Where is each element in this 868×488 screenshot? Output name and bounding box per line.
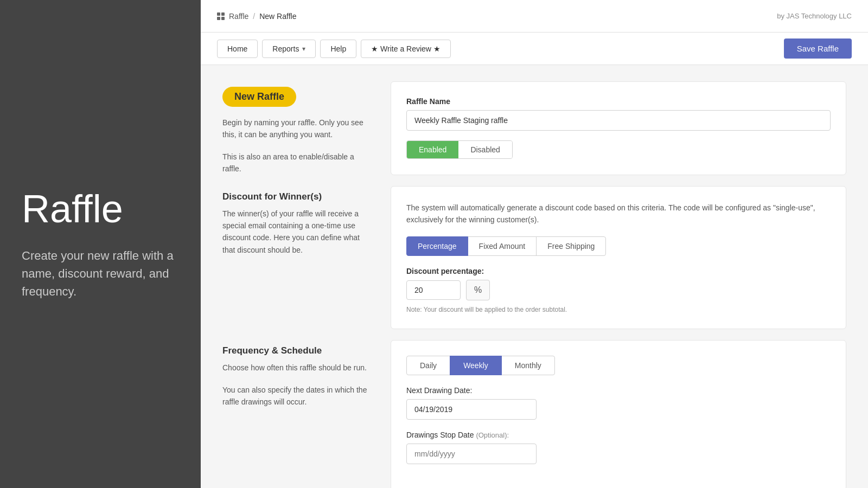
breadcrumb-separator: /	[253, 12, 255, 21]
frequency-card: Daily Weekly Monthly Next Drawing Date: …	[391, 340, 846, 488]
discount-desc: The winner(s) of your raffle will receiv…	[222, 208, 374, 256]
frequency-desc1: Choose how often this raffle should be r…	[222, 362, 374, 374]
grid-icon	[217, 12, 225, 20]
raffle-desc2: This is also an area to enable/disable a…	[222, 151, 374, 175]
next-drawing-group: Next Drawing Date:	[406, 386, 831, 420]
breadcrumb-raffle-link[interactable]: Raffle	[229, 12, 248, 21]
breadcrumb: Raffle / New Raffle	[217, 12, 296, 21]
frequency-desc2: You can also specify the dates in which …	[222, 384, 374, 408]
frequency-section: Frequency & Schedule Choose how often th…	[222, 340, 846, 488]
navbar-left: Home Reports Help ★ Write a Review ★	[217, 40, 451, 58]
discount-card: The system will automatically generate a…	[391, 186, 846, 330]
enabled-button[interactable]: Enabled	[407, 141, 458, 158]
by-text: by JAS Technology LLC	[777, 12, 852, 20]
disabled-button[interactable]: Disabled	[458, 141, 512, 158]
enable-disable-toggle: Enabled Disabled	[406, 140, 513, 159]
topbar-left: Raffle / New Raffle	[217, 12, 296, 21]
breadcrumb-current: New Raffle	[259, 12, 296, 21]
stop-date-label: Drawings Stop Date (Optional):	[406, 431, 831, 439]
discount-value-input[interactable]	[406, 280, 461, 300]
raffle-name-left: New Raffle Begin by naming your raffle. …	[222, 81, 374, 175]
frequency-left: Frequency & Schedule Choose how often th…	[222, 340, 374, 488]
save-raffle-button[interactable]: Save Raffle	[784, 38, 852, 59]
navbar: Home Reports Help ★ Write a Review ★ Sav…	[201, 33, 868, 65]
discount-note: Note: Your discount will be applied to t…	[406, 306, 831, 313]
topbar: Raffle / New Raffle by JAS Technology LL…	[201, 0, 868, 33]
reports-button[interactable]: Reports	[262, 40, 316, 58]
stop-date-group: Drawings Stop Date (Optional):	[406, 431, 831, 464]
percentage-button[interactable]: Percentage	[406, 236, 468, 256]
raffle-name-section: New Raffle Begin by naming your raffle. …	[222, 81, 846, 175]
next-drawing-label: Next Drawing Date:	[406, 386, 831, 395]
new-raffle-badge: New Raffle	[222, 87, 296, 107]
frequency-toggle-group: Daily Weekly Monthly	[406, 356, 831, 375]
weekly-button[interactable]: Weekly	[450, 356, 502, 375]
fixed-amount-button[interactable]: Fixed Amount	[468, 236, 537, 256]
review-button[interactable]: ★ Write a Review ★	[361, 40, 451, 58]
raffle-name-input[interactable]	[406, 110, 831, 131]
discount-type-group: Percentage Fixed Amount Free Shipping	[406, 236, 831, 256]
monthly-button[interactable]: Monthly	[501, 356, 555, 375]
optional-label: (Optional):	[476, 431, 509, 439]
main-content: Raffle / New Raffle by JAS Technology LL…	[201, 0, 868, 488]
discount-left: Discount for Winner(s) The winner(s) of …	[222, 186, 374, 330]
sidebar: Raffle Create your new raffle with a nam…	[0, 0, 201, 488]
content-area: New Raffle Begin by naming your raffle. …	[201, 65, 868, 488]
daily-button[interactable]: Daily	[406, 356, 450, 375]
raffle-name-label: Raffle Name	[406, 97, 831, 106]
discount-info: The system will automatically generate a…	[406, 202, 831, 226]
discount-input-group: %	[406, 280, 831, 300]
help-button[interactable]: Help	[320, 40, 356, 58]
stop-date-input[interactable]	[406, 444, 537, 464]
reports-label: Reports	[272, 44, 299, 53]
home-button[interactable]: Home	[217, 40, 258, 58]
discount-title: Discount for Winner(s)	[222, 191, 374, 202]
raffle-name-card: Raffle Name Enabled Disabled	[391, 81, 846, 175]
raffle-desc1: Begin by naming your raffle. Only you se…	[222, 117, 374, 141]
sidebar-description: Create your new raffle with a name, disc…	[22, 247, 179, 300]
next-drawing-input[interactable]	[406, 399, 537, 420]
free-shipping-button[interactable]: Free Shipping	[536, 236, 606, 256]
discount-unit: %	[466, 280, 490, 300]
sidebar-title: Raffle	[22, 188, 179, 230]
discount-percentage-label: Discount percentage:	[406, 267, 831, 275]
discount-section: Discount for Winner(s) The winner(s) of …	[222, 186, 846, 330]
frequency-title: Frequency & Schedule	[222, 345, 374, 356]
